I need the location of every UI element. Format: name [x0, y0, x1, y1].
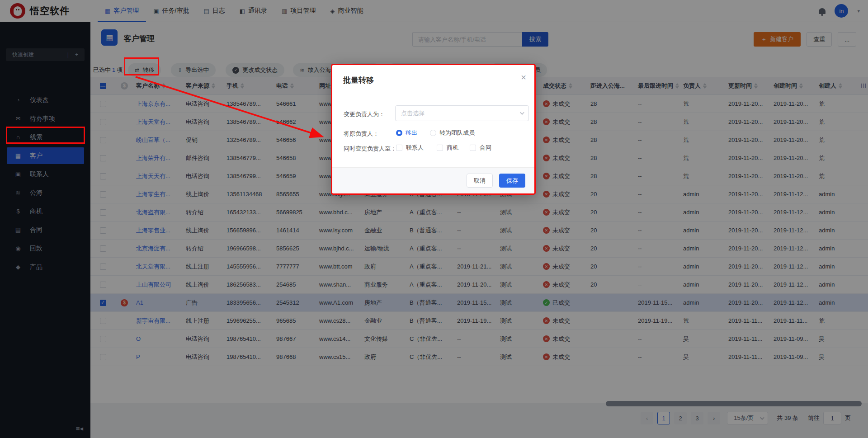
radio-remove[interactable]: 移出	[396, 129, 417, 137]
batch-transfer-modal: 批量转移 × 变更负责人为： 点击选择 将原负责人： 移出 转为团队成员 同时变…	[331, 64, 536, 195]
checkbox-icon	[396, 145, 402, 151]
chevron-down-icon	[520, 110, 524, 115]
checkbox-contacts[interactable]: 联系人	[396, 144, 424, 152]
checkbox-opportunity[interactable]: 商机	[437, 144, 458, 152]
radio-icon	[396, 130, 402, 136]
owner-select[interactable]: 点击选择	[395, 105, 529, 121]
checkbox-icon	[437, 145, 443, 151]
radio-icon	[430, 130, 436, 136]
original-owner-label: 将原负责人：	[344, 130, 379, 138]
owner-select-placeholder: 点击选择	[401, 109, 425, 118]
radio-to-team-member[interactable]: 转为团队成员	[430, 129, 475, 137]
cancel-button[interactable]: 取消	[467, 174, 493, 188]
close-icon[interactable]: ×	[521, 72, 526, 83]
checkbox-contract[interactable]: 合同	[470, 144, 491, 152]
modal-footer: 取消 保存	[332, 167, 534, 193]
modal-title: 批量转移	[343, 75, 374, 85]
also-change-label: 同时变更负责人至：	[344, 145, 396, 153]
checkbox-icon	[470, 145, 476, 151]
save-button[interactable]: 保存	[499, 174, 525, 188]
change-owner-label: 变更负责人为：	[344, 110, 385, 118]
